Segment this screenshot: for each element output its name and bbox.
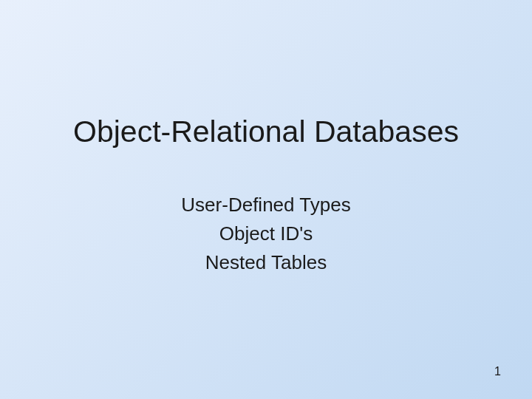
subtitle-line-3: Nested Tables: [205, 251, 327, 274]
subtitle-line-2: Object ID's: [219, 222, 313, 245]
slide-title: Object-Relational Databases: [73, 115, 459, 149]
subtitle-line-1: User-Defined Types: [181, 194, 350, 216]
slide-container: Object-Relational Databases User-Defined…: [0, 0, 532, 399]
subtitle-group: User-Defined Types Object ID's Nested Ta…: [181, 194, 350, 274]
page-number: 1: [494, 365, 501, 378]
